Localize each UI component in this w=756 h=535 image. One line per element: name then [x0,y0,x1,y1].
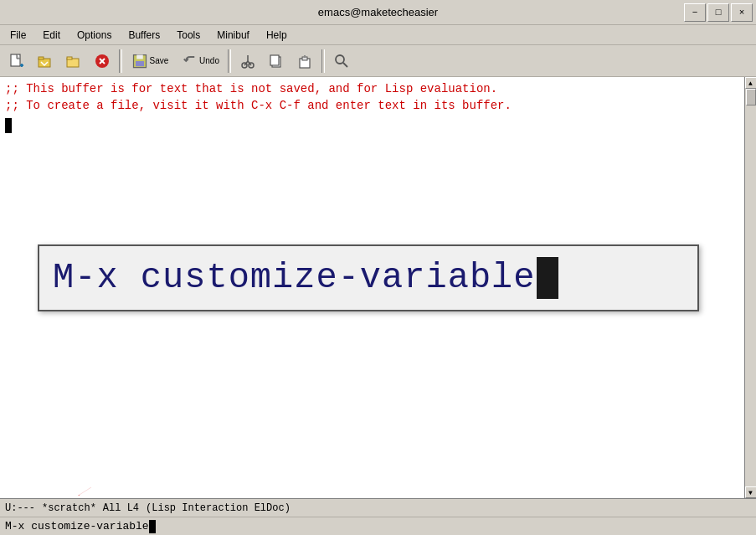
open-dir-icon [65,53,82,69]
menu-buffers[interactable]: Buffers [121,28,167,43]
undo-icon [181,53,198,69]
menu-edit[interactable]: Edit [36,28,67,43]
mode-indicator: U:--- [5,502,35,514]
minibuf-prompt: M-x [5,520,31,532]
minibuf-input-line: M-x customize-variable [0,517,756,535]
toolbar: Save Undo [0,45,756,77]
close-button[interactable]: × [731,3,753,22]
save-label: Save [150,56,169,65]
svg-rect-18 [270,55,279,65]
menu-file[interactable]: File [3,28,33,43]
arrow-annotation [75,483,410,498]
menu-help[interactable]: Help [260,28,294,43]
status-bar: U:--- *scratch* All L4 (Lisp Interaction… [0,498,756,517]
open-file-button[interactable] [32,49,59,74]
close-icon [94,53,111,69]
svg-rect-10 [136,61,144,66]
maximize-button[interactable]: □ [707,3,729,22]
editor-line-2: ;; To create a file, visit it with C-x C… [5,97,751,114]
open-dir-button[interactable] [60,49,87,74]
search-icon [333,53,350,69]
new-file-button[interactable] [3,49,30,74]
position-indicator: All L4 [103,502,139,514]
separator-1 [119,49,122,73]
scrollbar[interactable]: ▲ ▼ [744,77,756,498]
paste-icon [296,53,313,69]
major-mode: (Lisp Interaction ElDoc) [146,502,291,514]
svg-rect-0 [11,54,20,66]
menu-minibuf[interactable]: Minibuf [210,28,256,43]
text-cursor [5,118,12,133]
save-icon [131,53,148,69]
search-button[interactable] [328,49,355,74]
arrow-svg [75,483,92,498]
minibuf-input-value: customize-variable [31,520,148,532]
minimize-button[interactable]: − [684,3,706,22]
menu-tools[interactable]: Tools [170,28,207,43]
undo-button[interactable]: Undo [176,49,224,74]
scroll-track[interactable] [746,89,756,486]
open-file-icon [37,53,54,69]
scroll-up-arrow[interactable]: ▲ [745,77,757,89]
buffer-name: *scratch* [42,502,96,514]
title-bar: emacs@maketecheasier − □ × [0,0,756,25]
svg-line-25 [79,487,91,496]
paste-button[interactable] [291,49,318,74]
new-file-icon [8,53,25,69]
minibuf-overlay-text: M-x customize-variable [53,258,536,298]
save-button[interactable]: Save [126,49,174,74]
cut-button[interactable] [234,49,261,74]
minibuf-overlay: M-x customize-variable [25,244,712,462]
undo-label: Undo [199,56,219,65]
editor-line-1: ;; This buffer is for text that is not s… [5,80,751,97]
title-text: emacs@maketecheasier [318,6,438,18]
close-buffer-button[interactable] [89,49,116,74]
menu-options[interactable]: Options [70,28,118,43]
minibuf-input-cursor [149,520,156,533]
svg-point-22 [336,55,344,64]
cursor-line [5,117,751,134]
scroll-down-arrow[interactable]: ▼ [745,486,757,498]
editor-area[interactable]: ;; This buffer is for text that is not s… [0,77,756,498]
svg-rect-4 [39,57,44,59]
scissors-icon [239,53,256,69]
svg-rect-21 [304,55,306,58]
editor-content[interactable]: ;; This buffer is for text that is not s… [0,77,756,498]
menu-bar: File Edit Options Buffers Tools Minibuf … [0,25,756,45]
separator-2 [228,49,231,73]
scroll-thumb[interactable] [746,89,756,105]
svg-rect-6 [67,57,72,59]
minibuf-display-box: M-x customize-variable [38,244,699,311]
svg-rect-11 [136,54,143,59]
window-controls: − □ × [684,0,753,24]
copy-icon [268,53,285,69]
copy-button[interactable] [263,49,290,74]
svg-line-23 [343,63,347,67]
separator-3 [321,49,325,73]
minibuf-overlay-cursor [537,257,558,299]
